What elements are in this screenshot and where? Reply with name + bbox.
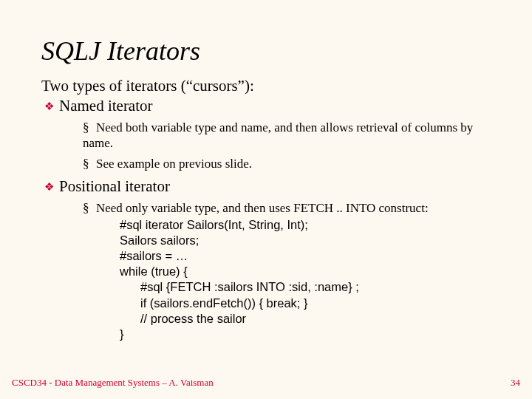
slide-number: 34 (511, 377, 520, 389)
named-sub-2-text: See example on previous slide. (96, 157, 252, 171)
named-sub-2: §See example on previous slide. (41, 156, 491, 171)
footer-left: CSCD34 - Data Management Systems – A. Va… (12, 377, 214, 389)
code-line: } (120, 327, 491, 342)
code-line: #sailors = … (120, 248, 491, 264)
code-line: if (sailors.endFetch()) { break; } (120, 296, 491, 311)
diamond-icon: ❖ (44, 100, 59, 113)
square-icon: § (83, 156, 96, 171)
footer: CSCD34 - Data Management Systems – A. Va… (12, 377, 520, 389)
code-line: #sql {FETCH :sailors INTO :sid, :name} ; (120, 279, 491, 295)
square-icon: § (83, 120, 96, 135)
code-line: Sailors sailors; (120, 233, 491, 248)
named-sub-1-text: Need both variable type and name, and th… (83, 120, 473, 150)
positional-sub-1: §Need only variable type, and then uses … (41, 200, 491, 216)
diamond-icon: ❖ (44, 180, 59, 194)
code-line: // process the sailor (120, 311, 491, 327)
code-line: while (true) { (120, 264, 491, 279)
slide-title: SQLJ Iterators (41, 35, 491, 66)
bullet-named-iterator: ❖Named iterator (41, 97, 491, 115)
square-icon: § (83, 200, 96, 216)
positional-sub-1-text: Need only variable type, and then uses F… (96, 201, 429, 215)
intro-text: Two types of iterators (“cursors”): (41, 77, 491, 95)
code-line: #sql iterator Sailors(Int, String, Int); (120, 217, 491, 233)
positional-iterator-label: Positional iterator (59, 177, 170, 195)
code-block: #sql iterator Sailors(Int, String, Int);… (41, 217, 491, 342)
named-sub-1: §Need both variable type and name, and t… (41, 120, 491, 151)
bullet-positional-iterator: ❖Positional iterator (41, 177, 491, 196)
named-iterator-label: Named iterator (59, 97, 153, 115)
